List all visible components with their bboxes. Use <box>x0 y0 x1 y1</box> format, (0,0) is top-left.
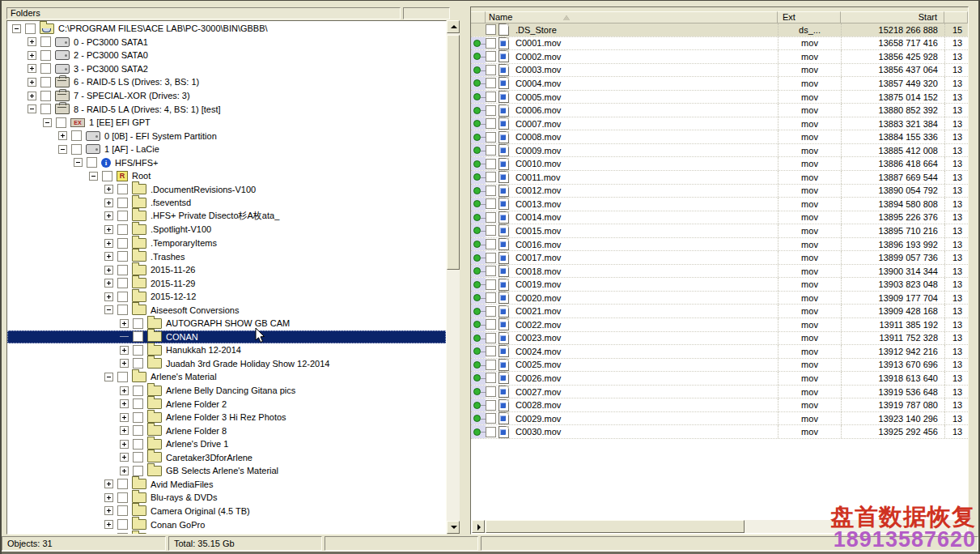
file-row[interactable]: C0006.movmov13880 852 39213 <box>471 104 968 117</box>
collapse-icon[interactable] <box>104 305 113 314</box>
expand-icon[interactable] <box>28 64 36 73</box>
tree-item[interactable]: iHFS/HFS+ <box>7 156 446 169</box>
tree-item[interactable]: Conan GoPro <box>7 518 446 531</box>
expand-icon[interactable] <box>104 279 113 288</box>
tree-item[interactable]: 0 [0B] - EFI System Partition <box>7 129 446 143</box>
tree-item-checkbox[interactable] <box>40 77 51 87</box>
tree-item-checkbox[interactable] <box>117 278 128 288</box>
file-checkbox[interactable] <box>486 105 496 116</box>
tree-item[interactable]: Arlene Folder 3 Hi Rez Photos <box>7 411 446 424</box>
tree-item-checkbox[interactable] <box>117 305 128 315</box>
expand-icon[interactable] <box>28 37 36 46</box>
tree-item-checkbox[interactable] <box>25 23 36 34</box>
tree-item-checkbox[interactable] <box>133 439 143 450</box>
tree-item[interactable]: .Trashes <box>7 249 446 263</box>
tree-item[interactable]: 2015-11-29 <box>7 276 446 290</box>
tree-item[interactable]: CONAN <box>7 330 446 344</box>
file-row[interactable]: C0015.movmov13895 710 21613 <box>471 224 968 238</box>
tree-item[interactable]: Camera Original (4.5 TB) <box>7 505 446 518</box>
file-row[interactable]: C0024.movmov13912 942 21613 <box>471 345 968 359</box>
expand-icon[interactable] <box>120 426 129 435</box>
file-checkbox[interactable] <box>486 132 496 143</box>
tree-item-checkbox[interactable] <box>133 452 143 462</box>
file-row[interactable]: C0012.movmov13890 054 79213 <box>471 185 968 198</box>
tree-item-checkbox[interactable] <box>117 265 128 275</box>
expand-icon[interactable] <box>58 131 67 140</box>
file-row[interactable]: .DS_Storeds_...15218 266 88815 <box>471 23 968 37</box>
tree-item[interactable]: Arlene Folder 2 <box>7 397 446 411</box>
expand-icon[interactable] <box>104 225 113 234</box>
tree-item-checkbox[interactable] <box>102 171 112 181</box>
tree-item-checkbox[interactable] <box>40 36 51 47</box>
tree-item-checkbox[interactable] <box>117 492 128 503</box>
file-row[interactable]: C0019.movmov13903 823 04813 <box>471 278 968 292</box>
file-row[interactable]: C0017.movmov13899 057 73613 <box>471 251 968 265</box>
expand-icon[interactable] <box>104 479 113 488</box>
file-row[interactable]: C0025.movmov13913 670 69613 <box>471 359 968 373</box>
tree-item-checkbox[interactable] <box>133 412 143 423</box>
tree-item-checkbox[interactable] <box>117 533 128 535</box>
file-checkbox[interactable] <box>486 306 496 317</box>
tree-item-checkbox[interactable] <box>117 211 128 221</box>
expand-icon[interactable] <box>104 239 113 248</box>
tree-item[interactable]: .DocumentRevisions-V100 <box>7 183 446 197</box>
tree-item[interactable]: 1 [AF] - LaCie <box>7 143 446 156</box>
file-row[interactable]: C0007.movmov13883 321 38413 <box>471 117 968 131</box>
tree-item-checkbox[interactable] <box>40 104 51 114</box>
file-checkbox[interactable] <box>486 360 496 370</box>
tree-item-checkbox[interactable] <box>133 358 143 369</box>
file-checkbox[interactable] <box>486 118 496 129</box>
expand-icon[interactable] <box>104 252 113 261</box>
file-row[interactable]: C0014.movmov13895 226 37613 <box>471 211 968 225</box>
tree-item-checkbox[interactable] <box>117 519 128 530</box>
tree-item-checkbox[interactable] <box>117 184 128 194</box>
expand-icon[interactable] <box>120 386 129 395</box>
tree-item-checkbox[interactable] <box>117 479 128 489</box>
file-row[interactable]: C0009.movmov13885 412 00813 <box>471 144 968 158</box>
expand-icon[interactable] <box>120 453 129 462</box>
file-checkbox[interactable] <box>486 172 496 182</box>
tree-item-checkbox[interactable] <box>117 372 128 382</box>
tree-item[interactable]: RRoot <box>7 169 446 183</box>
expand-icon[interactable] <box>104 520 113 529</box>
file-row[interactable]: C0023.movmov13911 752 32813 <box>471 332 968 346</box>
tree-item-checkbox[interactable] <box>133 386 143 396</box>
tree-item[interactable]: GB Selects Arlene's Material <box>7 464 446 478</box>
file-checkbox[interactable] <box>486 225 496 236</box>
tree-item[interactable]: .Spotlight-V100 <box>7 223 446 237</box>
tree-item[interactable] <box>7 531 446 535</box>
tree-item[interactable]: 8 - RAID-5 LA (Drives: 4, BS: 1) [test] <box>7 102 446 116</box>
folder-tree[interactable]: C:\PROGRAM FILES\ACE LAB\PC-3000\BIN\GBB… <box>6 20 447 535</box>
tree-item-checkbox[interactable] <box>40 63 51 74</box>
tree-item-checkbox[interactable] <box>117 292 128 302</box>
file-row[interactable]: C0011.movmov13887 669 54413 <box>471 171 968 185</box>
tree-item[interactable]: .TemporaryItems <box>7 237 446 250</box>
file-row[interactable]: C0022.movmov13911 385 19213 <box>471 318 968 332</box>
tree-item[interactable]: Arlene Folder 8 <box>7 424 446 437</box>
file-row[interactable]: C0003.movmov13856 437 06413 <box>471 64 968 78</box>
tree-item-checkbox[interactable] <box>133 331 143 342</box>
collapse-icon[interactable] <box>12 24 21 33</box>
file-checkbox[interactable] <box>486 373 496 383</box>
scroll-down-button[interactable] <box>447 521 460 534</box>
file-checkbox[interactable] <box>486 198 496 209</box>
file-checkbox[interactable] <box>486 253 496 263</box>
file-row[interactable]: C0002.movmov13856 425 92813 <box>471 50 968 64</box>
expand-icon[interactable] <box>28 92 36 100</box>
file-row[interactable]: C0005.movmov13875 014 15213 <box>471 91 968 104</box>
collapse-icon[interactable] <box>89 172 98 181</box>
tree-item-checkbox[interactable] <box>117 224 128 235</box>
file-row[interactable]: C0013.movmov13894 580 80813 <box>471 198 968 211</box>
expand-icon[interactable] <box>120 359 129 368</box>
file-row[interactable]: C0001.movmov13658 717 41613 <box>471 37 968 51</box>
tree-item[interactable]: Avid MediaFiles <box>7 478 446 492</box>
file-list-horizontal-scrollbar[interactable] <box>472 520 967 533</box>
file-row[interactable]: C0008.movmov13884 155 33613 <box>471 130 968 144</box>
expand-icon[interactable] <box>120 440 129 449</box>
tree-item[interactable]: 2 - PC3000 SATA0 <box>7 49 446 62</box>
expand-icon[interactable] <box>104 534 113 535</box>
tree-item[interactable]: Juadah 3rd Grade Holiday Show 12-2014 <box>7 357 446 371</box>
file-checkbox[interactable] <box>486 239 496 249</box>
tree-item-checkbox[interactable] <box>133 466 143 476</box>
file-row[interactable]: C0028.movmov13919 787 08013 <box>471 398 968 412</box>
